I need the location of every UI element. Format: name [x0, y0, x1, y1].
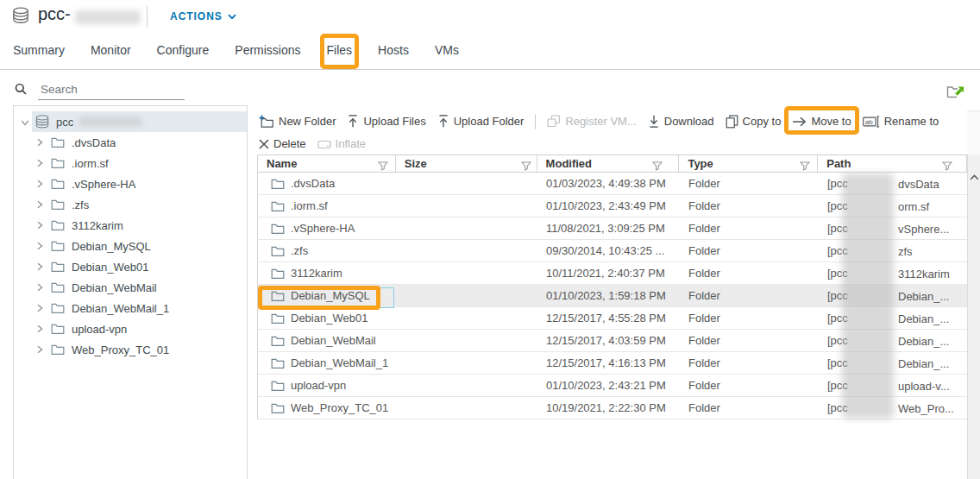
folder-icon — [271, 223, 285, 235]
tree-item[interactable]: .zfs — [14, 194, 247, 215]
column-header-type[interactable]: Type — [679, 155, 818, 172]
chevron-down-icon[interactable] — [20, 117, 30, 129]
tree-item[interactable]: Debian_MySQL — [14, 236, 247, 256]
column-header-size[interactable]: Size — [396, 155, 537, 172]
cell-type: Folder — [680, 195, 819, 217]
chevron-right-icon[interactable] — [35, 137, 44, 150]
tree-root-datastore[interactable]: pcc — [14, 111, 247, 132]
upload-icon — [347, 115, 359, 128]
redacted-path-column — [842, 173, 894, 419]
tree-item[interactable]: Debian_Web01 — [14, 256, 247, 277]
upload-icon — [437, 115, 449, 128]
chevron-right-icon[interactable] — [35, 220, 44, 233]
close-icon — [259, 139, 269, 149]
actions-menu-button[interactable]: ACTIONS — [170, 10, 236, 22]
folder-icon — [51, 343, 65, 356]
tab-summary[interactable]: Summary — [0, 31, 78, 69]
tree-item[interactable]: 3112karim — [14, 215, 247, 236]
tree-item[interactable]: upload-vpn — [14, 318, 247, 339]
tab-permissions[interactable]: Permissions — [222, 31, 313, 69]
tree-item-label: .iorm.sf — [72, 157, 109, 170]
tree-item-label: Debian_WebMail_1 — [72, 302, 169, 315]
chevron-right-icon[interactable] — [35, 324, 44, 337]
folder-icon — [51, 136, 65, 148]
svg-text:ab: ab — [864, 117, 872, 125]
cell-type: Folder — [680, 330, 819, 351]
chevron-right-icon[interactable] — [35, 303, 44, 316]
column-header-modified[interactable]: Modified — [537, 155, 680, 172]
upload-files-button[interactable]: Upload Files — [347, 115, 425, 128]
redacted-tree-root-text — [79, 117, 142, 127]
tab-vms[interactable]: VMs — [422, 31, 472, 69]
chevron-right-icon[interactable] — [35, 199, 44, 212]
chevron-right-icon[interactable] — [35, 158, 44, 171]
folder-icon — [271, 178, 285, 190]
folder-icon — [271, 335, 285, 347]
cell-modified: 10/19/2021, 2:22:30 PM — [537, 397, 680, 419]
cell-size — [396, 240, 537, 262]
copy-to-button[interactable]: Copy to — [726, 115, 782, 129]
cell-type: Folder — [680, 352, 819, 374]
cell-type: Folder — [680, 217, 819, 239]
cell-modified: 01/10/2023, 2:43:49 PM — [537, 195, 680, 217]
filter-icon[interactable] — [800, 159, 810, 175]
cell-modified: 12/15/2017, 4:16:13 PM — [537, 352, 680, 374]
delete-button[interactable]: Delete — [259, 137, 306, 150]
chevron-right-icon[interactable] — [35, 282, 44, 295]
tab-monitor[interactable]: Monitor — [78, 31, 144, 69]
tree-item[interactable]: .vSphere-HA — [14, 173, 247, 194]
tree-search[interactable]: Search — [0, 78, 254, 104]
chevron-right-icon[interactable] — [35, 262, 44, 274]
tree-item[interactable]: Debian_WebMail — [14, 277, 247, 298]
cell-size — [396, 352, 537, 374]
folder-icon — [51, 178, 65, 190]
filter-icon[interactable] — [652, 159, 663, 175]
cell-modified: 01/03/2023, 4:49:38 PM — [537, 173, 680, 194]
folder-icon — [271, 402, 285, 414]
folder-icon — [271, 200, 285, 212]
tree-item-label: Web_Proxy_TC_01 — [72, 343, 169, 356]
folder-icon — [51, 219, 65, 231]
folder-icon — [271, 380, 285, 392]
tree-item[interactable]: Web_Proxy_TC_01 — [14, 339, 247, 360]
chevron-right-icon[interactable] — [35, 241, 44, 254]
rename-to-button[interactable]: abRename to — [863, 115, 939, 128]
download-button[interactable]: Download — [648, 115, 714, 128]
cell-modified: 11/08/2021, 3:09:25 PM — [537, 217, 680, 239]
upload-folder-button[interactable]: Upload Folder — [437, 115, 525, 128]
folder-icon — [51, 261, 65, 273]
cell-type: Folder — [680, 173, 819, 194]
tree-item[interactable]: .iorm.sf — [14, 153, 247, 173]
filter-icon[interactable] — [521, 159, 531, 175]
cell-type: Folder — [680, 285, 819, 306]
search-icon — [15, 83, 27, 98]
new-folder-button[interactable]: New Folder — [259, 115, 336, 129]
object-header: pcc- ACTIONS — [0, 0, 980, 31]
download-icon — [648, 115, 660, 128]
column-header-path[interactable]: Path — [818, 155, 967, 172]
tree-item[interactable]: Debian_WebMail_1 — [14, 298, 247, 318]
tab-files[interactable]: Files — [314, 31, 366, 69]
folder-icon — [271, 245, 285, 257]
column-header-name[interactable]: Name — [258, 155, 396, 172]
folder-icon — [51, 157, 65, 169]
tree-root-label: pcc — [56, 116, 73, 129]
table-scrollbar[interactable] — [967, 154, 980, 479]
files-table: NameSizeModifiedTypePath .dvsData01/03/2… — [257, 154, 980, 419]
object-tabs: SummaryMonitorConfigurePermissionsFilesH… — [0, 31, 980, 70]
filter-icon[interactable] — [378, 159, 388, 175]
folder-icon — [51, 323, 65, 335]
scrollbar-gutter-top — [967, 110, 980, 154]
chevron-right-icon[interactable] — [35, 179, 44, 192]
cell-size — [396, 285, 537, 306]
open-in-new-window-icon[interactable] — [946, 83, 965, 104]
tree-item[interactable]: .dvsData — [14, 132, 247, 153]
folder-icon — [271, 357, 285, 369]
tree-item-label: Debian_Web01 — [72, 261, 148, 274]
tab-hosts[interactable]: Hosts — [365, 31, 422, 69]
tree-item-label: Debian_MySQL — [72, 240, 151, 253]
tab-configure[interactable]: Configure — [144, 31, 223, 69]
chevron-right-icon[interactable] — [35, 344, 44, 357]
move-to-button[interactable]: Move to — [792, 115, 851, 128]
search-underline — [38, 99, 185, 100]
